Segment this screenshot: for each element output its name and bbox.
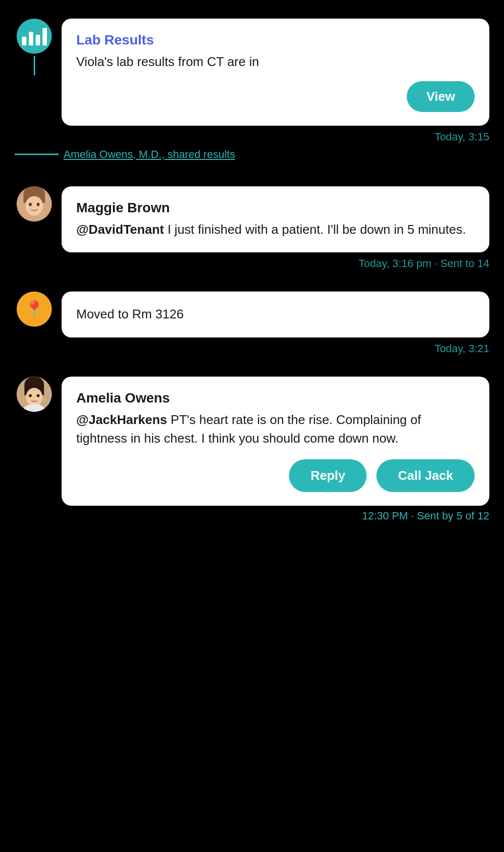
location-icon: 📍	[24, 299, 44, 319]
bar-chart-icon-circle	[17, 19, 52, 54]
amelia-bottom-status-row: 12:30 PM · Sent by 5 of 12	[0, 506, 504, 526]
bar1	[22, 37, 26, 45]
maggie-brown-card: Maggie Brown @DavidTenant I just finishe…	[62, 186, 489, 253]
view-button[interactable]: View	[407, 81, 475, 112]
lab-results-card: Lab Results Viola's lab results from CT …	[62, 19, 489, 126]
lab-results-avatar-col	[15, 19, 54, 75]
svg-point-4	[29, 202, 32, 206]
lab-results-row: Lab Results Viola's lab results from CT …	[0, 10, 504, 126]
svg-point-5	[37, 202, 40, 206]
svg-point-10	[29, 394, 32, 397]
timeline-line	[34, 56, 35, 75]
lab-results-body: Viola's lab results from CT are in	[76, 53, 475, 71]
amelia-avatar	[17, 377, 52, 412]
maggie-brown-row: Maggie Brown @DavidTenant I just finishe…	[0, 178, 504, 253]
message-feed: Lab Results Viola's lab results from CT …	[0, 0, 504, 556]
amelia-face-svg	[17, 377, 52, 412]
amelia-author: Amelia Owens	[76, 390, 475, 406]
maggie-body: @DavidTenant I just finished with a pati…	[76, 221, 475, 239]
amelia-bottom-status: 12:30 PM · Sent by 5 of 12	[362, 510, 490, 522]
maggie-mention: @DavidTenant	[76, 222, 164, 237]
maggie-face-svg	[17, 186, 52, 222]
location-icon-circle: 📍	[17, 291, 52, 327]
room-moved-avatar-col: 📍	[15, 291, 54, 327]
bar-chart-icon	[22, 27, 47, 45]
lab-results-status-row: Amelia Owens, M.D., shared results	[0, 146, 504, 163]
room-moved-body: Moved to Rm 3126	[76, 305, 475, 324]
svg-point-9	[26, 388, 43, 406]
svg-point-11	[37, 394, 40, 397]
room-moved-card: Moved to Rm 3126	[62, 291, 489, 337]
maggie-author: Maggie Brown	[76, 200, 475, 216]
lab-results-title: Lab Results	[76, 32, 475, 48]
svg-point-3	[25, 196, 43, 216]
amelia-owens-card: Amelia Owens @JackHarkens PT's heart rat…	[62, 377, 489, 506]
lab-results-timestamp: Today, 3:15	[435, 131, 489, 143]
lab-results-status-text: Amelia Owens, M.D., shared results	[64, 148, 235, 161]
reply-button[interactable]: Reply	[289, 459, 367, 492]
amelia-owens-row: Amelia Owens @JackHarkens PT's heart rat…	[0, 368, 504, 506]
room-moved-timestamp-row: Today, 3:21	[0, 337, 504, 358]
maggie-body-text: I just finished with a patient. I'll be …	[164, 222, 466, 237]
maggie-timestamp-row: Today, 3:16 pm · Sent to 14	[0, 252, 504, 273]
maggie-avatar-col	[15, 186, 54, 222]
amelia-actions: Reply Call Jack	[76, 459, 475, 492]
call-jack-button[interactable]: Call Jack	[376, 459, 475, 492]
bar4	[43, 28, 47, 45]
lab-results-timestamp-row: Today, 3:15	[0, 126, 504, 146]
status-line	[15, 154, 59, 155]
amelia-mention: @JackHarkens	[76, 412, 167, 427]
room-moved-timestamp: Today, 3:21	[435, 342, 489, 355]
bar2	[29, 32, 33, 45]
maggie-avatar	[17, 186, 52, 222]
room-moved-row: 📍 Moved to Rm 3126	[0, 283, 504, 337]
amelia-avatar-col	[15, 377, 54, 412]
bar3	[36, 35, 40, 45]
amelia-body: @JackHarkens PT's heart rate is on the r…	[76, 411, 475, 448]
maggie-timestamp: Today, 3:16 pm · Sent to 14	[359, 257, 489, 270]
